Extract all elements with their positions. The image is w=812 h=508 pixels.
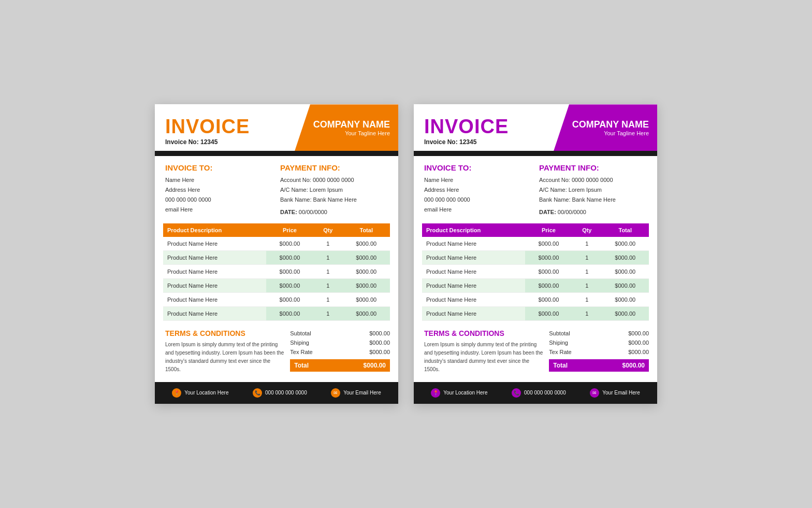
table-column-header: Price <box>266 223 313 237</box>
product-name: Product Name Here <box>422 306 525 320</box>
subtotal-value: $000.00 <box>628 330 649 336</box>
total-value: $000.00 <box>622 362 645 369</box>
subtotal-value: $000.00 <box>369 330 390 336</box>
invoice-title: INVOICE <box>424 117 545 136</box>
table-row: Product Name Here$000.001$000.00 <box>422 237 649 251</box>
header-right: COMPANY NAME Your Tagline Here <box>554 104 657 151</box>
product-total: $000.00 <box>601 278 649 292</box>
footer-location-text: Your Location Here <box>443 390 487 396</box>
totals-section: Subtotal $000.00 Shiping $000.00 Tex Rat… <box>290 329 390 374</box>
table-column-header: Qty <box>572 223 601 237</box>
product-qty: 1 <box>572 237 601 251</box>
company-tagline: Your Tagline Here <box>604 130 649 136</box>
product-qty: 1 <box>313 292 342 306</box>
product-qty: 1 <box>572 250 601 264</box>
company-name: COMPANY NAME <box>572 119 649 131</box>
invoice-title: INVOICE <box>165 117 286 136</box>
invoice-to-label: INVOICE TO: <box>424 163 534 172</box>
table-column-header: Product Description <box>163 223 266 237</box>
info-section: INVOICE TO: Name Here Address Here 000 0… <box>414 156 657 220</box>
product-price: $000.00 <box>266 237 313 251</box>
table-row: Product Name Here$000.001$000.00 <box>163 306 390 320</box>
product-total: $000.00 <box>601 237 649 251</box>
product-name: Product Name Here <box>163 250 266 264</box>
product-price: $000.00 <box>525 292 572 306</box>
product-price: $000.00 <box>266 264 313 278</box>
product-name: Product Name Here <box>163 264 266 278</box>
info-section: INVOICE TO: Name Here Address Here 000 0… <box>155 156 398 220</box>
payment-details: Account No: 0000 0000 0000 A/C Name: Lor… <box>539 175 649 204</box>
table-row: Product Name Here$000.001$000.00 <box>163 237 390 251</box>
table-row: Product Name Here$000.001$000.00 <box>163 264 390 278</box>
invoice-card-orange: INVOICE Invoice No: 12345 COMPANY NAME Y… <box>155 104 398 403</box>
shiping-value: $000.00 <box>369 340 390 346</box>
table-row: Product Name Here$000.001$000.00 <box>163 292 390 306</box>
shiping-row: Shiping $000.00 <box>290 338 390 347</box>
product-qty: 1 <box>313 250 342 264</box>
invoice-card-purple: INVOICE Invoice No: 12345 COMPANY NAME Y… <box>414 104 657 403</box>
table-column-header: Qty <box>313 223 342 237</box>
product-name: Product Name Here <box>422 292 525 306</box>
product-price: $000.00 <box>525 250 572 264</box>
terms-section: TERMS & CONDITIONS Lorem Ipsum is simply… <box>165 329 285 374</box>
divider-bar <box>155 151 398 156</box>
product-total: $000.00 <box>342 250 390 264</box>
invoice-footer: 📍 Your Location Here 📞 000 000 000 0000 … <box>155 382 398 404</box>
phone-icon: 📞 <box>512 388 521 398</box>
footer-location: 📍 Your Location Here <box>431 388 487 398</box>
shiping-row: Shiping $000.00 <box>549 338 649 347</box>
divider-bar <box>414 151 657 156</box>
table-row: Product Name Here$000.001$000.00 <box>163 250 390 264</box>
footer-email: ✉ Your Email Here <box>590 388 640 398</box>
header-left: INVOICE Invoice No: 12345 <box>414 104 554 151</box>
totals-section: Subtotal $000.00 Shiping $000.00 Tex Rat… <box>549 329 649 374</box>
product-name: Product Name Here <box>422 250 525 264</box>
table-column-header: Product Description <box>422 223 525 237</box>
total-label: Total <box>553 362 568 369</box>
table-column-header: Total <box>601 223 649 237</box>
bottom-section: TERMS & CONDITIONS Lorem Ipsum is simply… <box>155 323 398 378</box>
product-total: $000.00 <box>601 292 649 306</box>
table-row: Product Name Here$000.001$000.00 <box>422 306 649 320</box>
invoice-to: INVOICE TO: Name Here Address Here 000 0… <box>165 163 275 215</box>
company-tagline: Your Tagline Here <box>345 130 390 136</box>
invoice-footer: 📍 Your Location Here 📞 000 000 000 0000 … <box>414 382 657 404</box>
product-qty: 1 <box>313 264 342 278</box>
subtotal-row: Subtotal $000.00 <box>290 329 390 337</box>
tex-row: Tex Rate $000.00 <box>549 348 649 356</box>
invoice-to-details: Name Here Address Here 000 000 000 0000 … <box>165 175 275 214</box>
date-line: DATE: 00/00/0000 <box>539 209 649 215</box>
shiping-label: Shiping <box>549 340 568 346</box>
header-left: INVOICE Invoice No: 12345 <box>155 104 295 151</box>
product-qty: 1 <box>572 306 601 320</box>
shiping-label: Shiping <box>290 340 309 346</box>
product-name: Product Name Here <box>422 278 525 292</box>
product-name: Product Name Here <box>163 278 266 292</box>
product-name: Product Name Here <box>163 292 266 306</box>
payment-info: PAYMENT INFO: Account No: 0000 0000 0000… <box>280 163 390 215</box>
product-total: $000.00 <box>342 278 390 292</box>
footer-phone: 📞 000 000 000 0000 <box>512 388 566 398</box>
product-price: $000.00 <box>525 278 572 292</box>
terms-text: Lorem Ipsum is simply dummy text of the … <box>165 341 285 374</box>
bottom-section: TERMS & CONDITIONS Lorem Ipsum is simply… <box>414 323 657 378</box>
terms-text: Lorem Ipsum is simply dummy text of the … <box>424 341 544 374</box>
product-name: Product Name Here <box>163 306 266 320</box>
footer-email-text: Your Email Here <box>602 390 640 396</box>
location-icon: 📍 <box>431 388 440 398</box>
product-total: $000.00 <box>601 306 649 320</box>
payment-info-label: PAYMENT INFO: <box>539 163 649 172</box>
footer-phone: 📞 000 000 000 0000 <box>253 388 307 398</box>
product-table: Product DescriptionPriceQtyTotalProduct … <box>163 223 390 321</box>
product-total: $000.00 <box>342 306 390 320</box>
product-total: $000.00 <box>601 264 649 278</box>
invoice-number: Invoice No: 12345 <box>424 138 545 146</box>
table-row: Product Name Here$000.001$000.00 <box>422 292 649 306</box>
footer-email: ✉ Your Email Here <box>331 388 381 398</box>
product-qty: 1 <box>572 278 601 292</box>
footer-phone-text: 000 000 000 0000 <box>524 390 566 396</box>
table-row: Product Name Here$000.001$000.00 <box>422 278 649 292</box>
company-name: COMPANY NAME <box>313 119 390 131</box>
email-icon: ✉ <box>331 388 340 398</box>
table-row: Product Name Here$000.001$000.00 <box>422 264 649 278</box>
